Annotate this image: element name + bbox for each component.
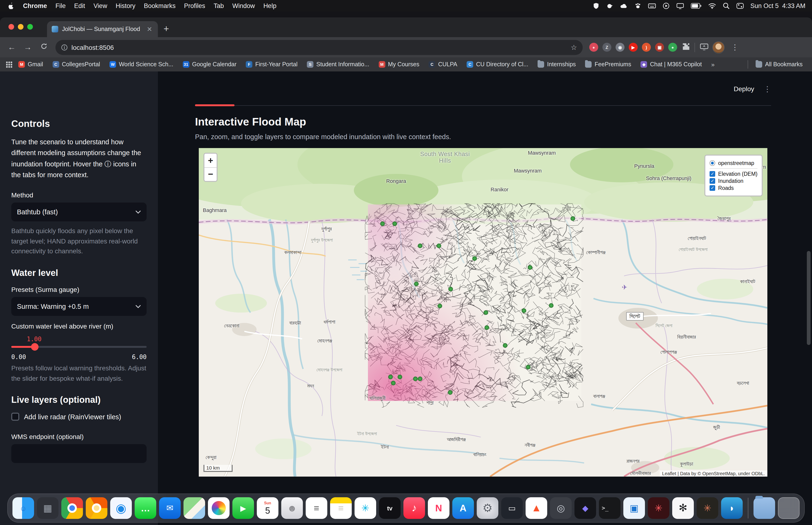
water-level-slider[interactable]: 1.00 0.00 6.00 xyxy=(11,346,147,360)
dock-icon[interactable]: >_ xyxy=(599,497,621,519)
display-icon[interactable] xyxy=(676,2,684,10)
browser-menu-icon[interactable]: ⋮ xyxy=(729,43,741,52)
overlay-layer-option[interactable]: ✓ Elevation (DEM) xyxy=(710,171,757,177)
bookmark-item[interactable]: C CULPA xyxy=(425,60,461,69)
dock-icon[interactable]: tv xyxy=(379,497,401,519)
dock-icon[interactable] xyxy=(208,497,230,519)
cloud-icon[interactable] xyxy=(620,2,628,10)
dock-icon[interactable]: ✳ xyxy=(696,497,718,519)
back-button[interactable]: ← xyxy=(5,43,19,52)
dock-icon[interactable]: ◉ xyxy=(110,497,132,519)
dock-icon[interactable] xyxy=(184,497,205,519)
bookmark-item[interactable]: Internships xyxy=(534,60,580,69)
dock-icon[interactable]: ⚙ xyxy=(477,497,498,519)
dock-icon[interactable]: ♪ xyxy=(403,497,425,519)
keyboard-icon[interactable] xyxy=(648,2,656,10)
dock-icon[interactable] xyxy=(748,498,748,519)
menu-item[interactable]: History xyxy=(111,2,140,10)
wifi-icon[interactable] xyxy=(708,3,716,9)
bookmark-item[interactable]: C CU Directory of Cl... xyxy=(463,60,532,69)
paw-icon[interactable] xyxy=(634,2,641,10)
extension-icon-2[interactable]: Z xyxy=(602,43,611,52)
page-scrollbar[interactable] xyxy=(807,251,811,345)
dock-icon[interactable]: ☺ xyxy=(13,497,34,519)
overlay-layer-option[interactable]: ✓ Roads xyxy=(710,185,757,191)
deploy-button[interactable]: Deploy xyxy=(734,85,754,93)
zoom-in-button[interactable]: + xyxy=(204,154,217,167)
presets-select[interactable]: Surma: Warning +0.5 m xyxy=(11,297,147,316)
radar-checkbox-row[interactable]: Add live radar (RainViewer tiles) xyxy=(11,413,147,421)
dock-icon[interactable] xyxy=(61,497,83,519)
method-select[interactable]: Bathtub (fast) xyxy=(11,202,147,221)
spotlight-search-icon[interactable] xyxy=(723,2,730,10)
bookmark-item[interactable]: W World Science Sch... xyxy=(106,60,177,69)
dock-icon[interactable]: ✉ xyxy=(159,497,181,519)
bookmark-star-icon[interactable]: ☆ xyxy=(571,43,577,51)
menu-item[interactable]: Tab xyxy=(209,2,228,10)
play-icon[interactable] xyxy=(662,2,670,10)
shield-icon[interactable] xyxy=(593,2,600,10)
apple-menu[interactable] xyxy=(6,2,18,10)
tab-close-icon[interactable]: ✕ xyxy=(146,25,153,33)
browser-tab[interactable]: JolChobi — Sunamganj Flood ✕ xyxy=(47,21,158,37)
overlay-layer-option[interactable]: ✓ Inundation xyxy=(710,178,757,184)
extensions-puzzle-icon[interactable] xyxy=(682,42,690,52)
wms-input[interactable] xyxy=(11,445,147,463)
dock-icon[interactable]: ✳ xyxy=(354,497,376,519)
extension-icon-7[interactable]: ● xyxy=(668,43,677,52)
checkbox-checked-icon[interactable]: ✓ xyxy=(710,178,716,184)
menu-item[interactable]: Chrome xyxy=(19,2,51,10)
dock-icon[interactable]: ◆ xyxy=(574,497,596,519)
extension-icon-1[interactable]: ● xyxy=(589,43,598,52)
dock-icon[interactable]: 5 Sun xyxy=(257,497,278,519)
menu-item[interactable]: View xyxy=(89,2,111,10)
extension-icon-4[interactable]: ▶ xyxy=(629,43,638,52)
dock-icon[interactable]: ≡ xyxy=(306,497,327,519)
bookmarks-overflow-chevron[interactable]: » xyxy=(707,61,718,68)
dock-icon[interactable]: ▣ xyxy=(623,497,645,519)
forward-button[interactable]: → xyxy=(21,43,35,52)
all-bookmarks[interactable]: All Bookmarks xyxy=(752,60,806,69)
bookmark-item[interactable]: F First-Year Portal xyxy=(242,60,302,69)
bookmark-item[interactable]: M Gmail xyxy=(15,60,47,69)
menu-item[interactable]: Bookmarks xyxy=(140,2,180,10)
dock-icon[interactable]: A xyxy=(452,497,474,519)
new-tab-button[interactable]: + xyxy=(164,24,169,34)
bookmark-item[interactable]: S Student Informatio... xyxy=(303,60,373,69)
apps-grid-icon[interactable] xyxy=(6,61,13,68)
dock-icon[interactable]: ▭ xyxy=(501,497,523,519)
bookmark-item[interactable]: C CollegesPortal xyxy=(49,60,104,69)
dock-icon[interactable]: ✳ xyxy=(648,497,669,519)
menu-item[interactable]: Profiles xyxy=(180,2,209,10)
zoom-out-button[interactable]: − xyxy=(204,167,217,181)
profile-avatar[interactable] xyxy=(713,41,724,53)
bookmark-item[interactable]: FeePremiums xyxy=(582,60,635,69)
bookmark-item[interactable]: M My Courses xyxy=(375,60,423,69)
extension-icon-6[interactable]: ▣ xyxy=(655,43,664,52)
url-text[interactable]: localhost:8506 xyxy=(72,44,567,51)
dock-icon[interactable]: ◎ xyxy=(550,497,572,519)
checkbox-checked-icon[interactable]: ✓ xyxy=(710,171,716,177)
site-info-icon[interactable] xyxy=(61,44,68,50)
menu-item[interactable]: Edit xyxy=(70,2,90,10)
base-layer-option[interactable]: openstreetmap xyxy=(710,160,757,166)
dock-icon[interactable]: ≡ xyxy=(330,497,352,519)
dock-icon[interactable] xyxy=(753,497,775,519)
bird-icon[interactable] xyxy=(606,2,613,10)
menu-item[interactable]: Window xyxy=(228,2,259,10)
extension-icon-3[interactable]: ◉ xyxy=(616,43,625,52)
reload-button[interactable] xyxy=(37,43,51,52)
dock-icon[interactable]: … xyxy=(135,497,156,519)
slider-thumb[interactable] xyxy=(31,343,39,351)
bookmark-item[interactable]: ◆ Chat | M365 Copilot xyxy=(637,60,706,69)
menu-bar-clock[interactable]: Sun Oct 5 4:33 AM xyxy=(750,2,806,10)
dock-icon[interactable]: ☻ xyxy=(281,497,303,519)
app-menu-icon[interactable]: ⋮ xyxy=(764,84,771,93)
minimize-window-button[interactable] xyxy=(18,24,24,30)
bookmark-item[interactable]: 31 Google Calendar xyxy=(179,60,240,69)
extension-icon-5[interactable]: ) xyxy=(642,43,651,52)
screen-share-icon[interactable] xyxy=(700,43,709,52)
menu-item[interactable]: File xyxy=(51,2,70,10)
dock-icon[interactable]: ▲ xyxy=(525,497,547,519)
control-center-icon[interactable] xyxy=(736,2,744,10)
